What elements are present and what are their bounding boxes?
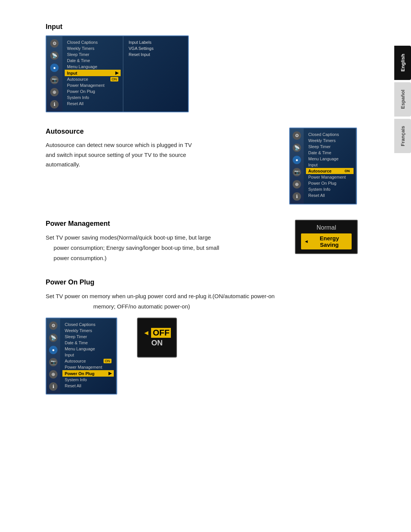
input-item-autosource-badge: ON (110, 77, 119, 81)
plug-item-datetime: Date & Time (62, 340, 114, 346)
plug-icon-settings2: ⊕ (49, 370, 57, 379)
auto-item-poweronplug: Power On Plug (306, 180, 354, 186)
auto-item-powermgmt: Power Management (306, 174, 354, 180)
input-screenshot: ⚙ 📡 ● 📷 ⊕ ℹ Closed Captions Weekly Timer… (46, 35, 175, 112)
input-heading: Input (46, 23, 358, 31)
poweronplug-heading: Power On Plug (46, 278, 358, 286)
input-item-resetall: Reset All (65, 101, 121, 107)
plug-menu-icons: ⚙ 📡 ● 📷 ⊕ ℹ (46, 318, 60, 394)
lang-tab-english[interactable]: English (394, 46, 411, 80)
power-option-energy: Energy Saving (301, 233, 352, 249)
input-item-powermgmt: Power Management (65, 82, 121, 88)
input-right-labels: Input Labels (127, 39, 184, 45)
autosource-screenshot: ⚙ 📡 ● 📷 ⊕ ℹ Closed Captions Weekly Timer… (289, 128, 358, 204)
auto-icon-antenna: 📡 (293, 144, 301, 152)
input-item-menulanguage: Menu Language (65, 64, 121, 70)
autosource-menu-middle: Closed Captions Weekly Timers Sleep Time… (304, 128, 356, 204)
plug-item-poweronplug-label: Power On Plug (65, 371, 94, 376)
plug-item-closedcaptions: Closed Captions (62, 321, 114, 328)
autosource-heading: Autosource (46, 128, 278, 136)
auto-item-menulanguage: Menu Language (306, 156, 354, 162)
poweronplug-bottom: ⚙ 📡 ● 📷 ⊕ ℹ Closed Captions Weekly Timer… (46, 318, 358, 395)
input-menu-right: Input Labels VGA Settings Reset Input (123, 36, 188, 112)
power-options-box: Normal Energy Saving (295, 220, 358, 254)
auto-item-sleeptimer: Sleep Timer (306, 144, 354, 150)
plug-icon-antenna: 📡 (49, 334, 57, 342)
plug-item-autosource: Autosource ON (62, 358, 114, 364)
plug-item-autosource-badge: ON (104, 359, 112, 363)
plug-item-sysinfo: System Info (62, 377, 114, 383)
input-item-sleeptimer: Sleep Timer (65, 51, 121, 58)
plug-icon-blue: ● (49, 346, 57, 354)
plug-tv-menu: ⚙ 📡 ● 📷 ⊕ ℹ Closed Captions Weekly Timer… (46, 318, 117, 395)
language-tabs: English Español Français (394, 46, 411, 153)
input-item-poweronplug: Power On Plug (65, 88, 121, 94)
auto-item-closedcaptions: Closed Captions (306, 131, 354, 137)
input-menu-icons: ⚙ 📡 ● 📷 ⊕ ℹ (46, 36, 62, 112)
section-powermgmt: Power Management Set TV power saving mod… (46, 220, 358, 263)
plug-item-autosource-label: Autosource (65, 359, 86, 363)
input-item-datetime: Date & Time (65, 58, 121, 64)
auto-item-input: Input (306, 162, 354, 168)
plug-item-weeklytimers: Weekly Timers (62, 328, 114, 334)
input-item-autosource-label: Autosource (67, 77, 88, 81)
main-content: Input ⚙ 📡 ● 📷 ⊕ ℹ Closed Captions Weekly… (0, 0, 388, 433)
icon-blue-1: ● (50, 64, 59, 72)
plug-item-input: Input (62, 352, 114, 358)
auto-icon-gear: ⚙ (293, 131, 301, 140)
lang-label-espanol: Español (400, 90, 406, 109)
powermgmt-text: Power Management Set TV power saving mod… (46, 220, 284, 263)
input-item-input-arrow: ▶ (115, 70, 118, 75)
icon-camera-1: 📷 (50, 76, 59, 84)
input-item-autosource: Autosource ON (65, 76, 121, 82)
icon-gear-1: ⚙ (50, 39, 59, 48)
off-arrow-icon: ◄ (143, 329, 150, 337)
auto-icon-blue: ● (293, 156, 301, 164)
icon-info-1: ℹ (50, 100, 59, 109)
icon-antenna-1: 📡 (50, 51, 59, 60)
section-input: Input ⚙ 📡 ● 📷 ⊕ ℹ Closed Captions Weekly… (46, 23, 358, 112)
auto-item-sysinfo: System Info (306, 186, 354, 192)
input-item-weeklytimers: Weekly Timers (65, 45, 121, 51)
lang-tab-francais[interactable]: Français (394, 119, 411, 153)
off-row: ◄ OFF (143, 328, 171, 338)
plug-icon-info: ℹ (49, 382, 57, 391)
plug-item-poweronplug-arrow: ▶ (108, 371, 112, 376)
auto-item-autosource-label: Autosource (308, 169, 331, 173)
plug-item-resetall: Reset All (62, 383, 114, 389)
energy-label: Energy Saving (310, 235, 349, 248)
auto-item-autosource-badge: ON (343, 169, 352, 173)
autosource-tv-menu: ⚙ 📡 ● 📷 ⊕ ℹ Closed Captions Weekly Timer… (289, 128, 357, 204)
auto-icon-settings2: ⊕ (293, 180, 301, 189)
off-label: OFF (151, 328, 171, 338)
section-autosource: Autosource Autosource can detect new sou… (46, 128, 358, 204)
plug-item-poweronplug: Power On Plug ▶ (62, 370, 114, 377)
autosource-text: Autosource Autosource can detect new sou… (46, 128, 278, 169)
plug-icon-gear: ⚙ (49, 321, 57, 330)
poweronplug-screenshot: ⚙ 📡 ● 📷 ⊕ ℹ Closed Captions Weekly Timer… (46, 318, 126, 395)
input-item-closedcaptions: Closed Captions (65, 39, 121, 45)
input-item-sysinfo: System Info (65, 94, 121, 101)
auto-item-resetall: Reset All (306, 192, 354, 198)
off-on-widget: ◄ OFF ON (137, 318, 177, 358)
lang-label-francais: Français (400, 126, 406, 146)
auto-icon-info: ℹ (293, 192, 301, 201)
input-item-input: Input ▶ (65, 70, 121, 76)
plug-item-menulanguage: Menu Language (62, 346, 114, 352)
powermgmt-heading: Power Management (46, 220, 284, 228)
on-label: ON (151, 339, 163, 347)
powermgmt-description: Set TV power saving modes(Normal/quick b… (46, 232, 284, 263)
plug-menu-middle: Closed Captions Weekly Timers Sleep Time… (60, 318, 116, 394)
autosource-menu-icons: ⚙ 📡 ● 📷 ⊕ ℹ (290, 128, 304, 204)
auto-item-weeklytimers: Weekly Timers (306, 137, 354, 144)
input-tv-menu: ⚙ 📡 ● 📷 ⊕ ℹ Closed Captions Weekly Timer… (46, 35, 189, 112)
power-option-normal: Normal (301, 224, 352, 231)
auto-item-autosource: Autosource ON (306, 168, 354, 174)
lang-tab-espanol[interactable]: Español (394, 82, 411, 117)
lang-label-english: English (400, 54, 406, 72)
input-item-input-label: Input (67, 71, 77, 75)
plug-item-sleeptimer: Sleep Timer (62, 334, 114, 340)
input-right-vga: VGA Settings (127, 45, 184, 51)
icon-settings2-1: ⊕ (50, 88, 59, 96)
input-right-reset: Reset Input (127, 51, 184, 58)
